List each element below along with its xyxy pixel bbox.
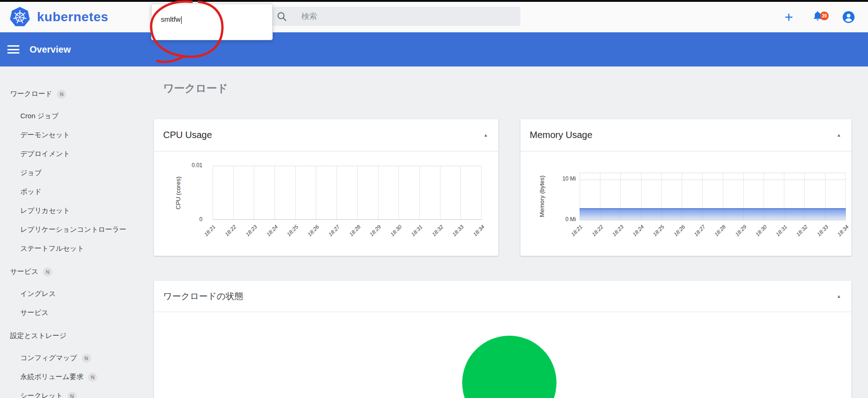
- kubernetes-logo[interactable]: kubernetes: [9, 6, 108, 28]
- sidebar-item[interactable]: ポッド: [0, 182, 154, 201]
- sidebar-item[interactable]: デーモンセット: [0, 126, 154, 145]
- x-tick-label: 18:34: [837, 224, 850, 237]
- x-tick-label: 18:23: [611, 224, 624, 237]
- sidebar-item-label: 永続ボリューム要求: [20, 373, 83, 381]
- x-tick-label: 18:33: [816, 224, 829, 237]
- x-tick-label: 18:28: [714, 224, 727, 237]
- sidebar-item-label: ポッド: [20, 187, 42, 196]
- sidebar-item-label: デーモンセット: [20, 131, 70, 139]
- cpu-usage-card: CPU Usage ▲ CPU (cores) 0.01 0: [154, 119, 498, 256]
- toolbar: Overview: [0, 32, 868, 66]
- search-bar[interactable]: [240, 7, 520, 26]
- x-tick-label: 18:26: [672, 224, 686, 237]
- x-tick-label: 18:26: [306, 224, 320, 237]
- app-header: kubernetes + 39: [0, 2, 868, 32]
- sidebar-item[interactable]: コンフィグマップ N: [0, 349, 154, 368]
- x-tick-label: 18:28: [348, 224, 361, 237]
- x-tick-label: 18:27: [693, 224, 706, 237]
- sidebar-item[interactable]: ジョブ: [0, 163, 154, 182]
- page-title: ワークロード: [163, 81, 868, 95]
- notification-count-badge: 39: [820, 12, 829, 20]
- x-tick-label: 18:29: [734, 224, 747, 237]
- x-tick-label: 18:22: [591, 224, 604, 237]
- cpu-gridlines: [213, 166, 482, 219]
- sidebar-item[interactable]: サービス: [0, 303, 154, 322]
- toolbar-title: Overview: [30, 44, 71, 55]
- sidebar-item[interactable]: シークレット N: [0, 386, 154, 398]
- sidebar-item[interactable]: 永続ボリューム要求 N: [0, 368, 154, 386]
- menu-icon[interactable]: [7, 43, 19, 55]
- collapse-arrow-icon[interactable]: ▲: [837, 133, 841, 138]
- x-tick-label: 18:31: [410, 224, 423, 237]
- sidebar-item[interactable]: デプロイメント: [0, 145, 154, 163]
- sidebar-item-label: レプリケーションコントローラー: [20, 225, 126, 234]
- new-badge: N: [82, 354, 91, 363]
- sidebar-item-label: サービス: [10, 267, 38, 276]
- cpu-y-axis-label: CPU (cores): [175, 176, 182, 210]
- x-tick-label: 18:32: [431, 224, 444, 237]
- main-content: ワークロード CPU Usage ▲ CPU (cores) 0.01 0: [154, 66, 868, 398]
- x-tick-label: 18:30: [754, 224, 768, 237]
- x-tick-label: 18:34: [472, 224, 486, 237]
- account-button[interactable]: [842, 11, 855, 24]
- search-typed-value: smltfw: [161, 15, 181, 23]
- sidebar-item[interactable]: レプリカセット: [0, 201, 154, 220]
- x-tick-label: 18:21: [570, 224, 584, 237]
- create-resource-button[interactable]: +: [784, 10, 793, 24]
- sidebar-item[interactable]: Cron ジョブ: [0, 107, 154, 126]
- sidebar-item-label: コンフィグマップ: [20, 354, 77, 362]
- sidebar-item[interactable]: 設定とストレージ: [0, 326, 154, 345]
- memory-usage-card: Memory Usage ▲ Memory (bytes) 10 Mi 0 Mi: [520, 119, 851, 256]
- sidebar-item[interactable]: レプリケーションコントローラー: [0, 220, 154, 239]
- sidebar-item-label: 設定とストレージ: [10, 332, 67, 340]
- x-tick-label: 18:27: [327, 224, 341, 237]
- x-tick-label: 18:23: [245, 224, 258, 237]
- header-actions: + 39: [784, 10, 859, 24]
- sidebar-item-label: ジョブ: [20, 169, 42, 177]
- text-caret: [181, 16, 182, 24]
- x-tick-label: 18:30: [390, 224, 403, 237]
- collapse-arrow-icon[interactable]: ▲: [483, 133, 488, 138]
- memory-card-title: Memory Usage: [530, 130, 593, 140]
- search-suggestion-dropdown[interactable]: smltfw: [151, 4, 273, 40]
- memory-usage-area-series: [580, 208, 846, 220]
- new-badge: N: [67, 392, 77, 398]
- memory-chart: Memory (bytes) 10 Mi 0 Mi 18:21: [520, 151, 851, 255]
- notifications-button[interactable]: 39: [812, 10, 824, 24]
- x-tick-label: 18:31: [775, 224, 789, 237]
- cpu-chart: CPU (cores) 0.01 0 18:21 18:22: [154, 151, 498, 255]
- x-tick-label: 18:25: [652, 224, 666, 237]
- sidebar-item-label: ワークロード: [10, 90, 52, 98]
- sidebar-item-label: レプリカセット: [20, 206, 70, 215]
- new-badge: N: [88, 373, 97, 382]
- account-icon: [842, 11, 855, 24]
- x-tick-label: 18:22: [224, 224, 237, 237]
- collapse-arrow-icon[interactable]: ▲: [837, 294, 841, 299]
- sidebar-item-label: イングレス: [20, 289, 56, 298]
- x-tick-label: 18:32: [795, 224, 809, 237]
- sidebar-item[interactable]: サービス N: [0, 262, 154, 281]
- x-tick-label: 18:24: [265, 224, 279, 237]
- x-tick-label: 18:21: [203, 224, 217, 237]
- sidebar-item[interactable]: ステートフルセット: [0, 239, 154, 258]
- x-tick-label: 18:29: [369, 224, 382, 237]
- memory-ytick-max: 10 Mi: [562, 175, 576, 182]
- cpu-ytick-max: 0.01: [192, 162, 202, 169]
- memory-y-axis-label: Memory (bytes): [538, 175, 545, 217]
- kubernetes-helm-icon: [9, 6, 31, 28]
- new-badge: N: [57, 90, 66, 99]
- cpu-plot-area: [213, 166, 482, 220]
- sidebar-nav: ワークロード N Cron ジョブ デーモンセット デプロイメント ジョブ: [0, 66, 154, 398]
- cpu-card-title: CPU Usage: [163, 130, 212, 140]
- sidebar-item[interactable]: イングレス: [0, 284, 154, 303]
- x-tick-label: 18:25: [286, 224, 300, 237]
- workload-status-title: ワークロードの状態: [163, 290, 243, 302]
- sidebar-item-label: サービス: [20, 308, 49, 317]
- sidebar-item[interactable]: ワークロード N: [0, 84, 154, 103]
- cpu-ytick-min: 0: [199, 216, 202, 223]
- sidebar-item-label: ステートフルセット: [20, 244, 84, 253]
- sidebar-item-label: Cron ジョブ: [20, 112, 59, 121]
- search-input[interactable]: [301, 12, 520, 21]
- memory-ytick-min: 0 Mi: [565, 216, 576, 223]
- workload-status-card: ワークロードの状態 ▲: [154, 281, 851, 398]
